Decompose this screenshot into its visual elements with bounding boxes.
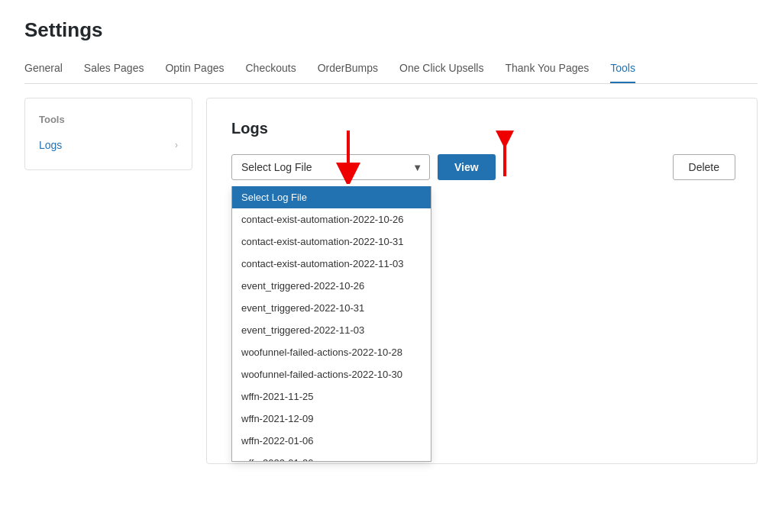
dropdown-list[interactable]: Select Log Filecontact-exist-automation-… (232, 186, 431, 461)
content-area: Tools Logs › Logs (24, 98, 758, 464)
logs-controls: Select Log Filecontact-exist-automation-… (231, 154, 735, 180)
dropdown-item[interactable]: contact-exist-automation-2022-11-03 (232, 253, 431, 275)
nav-tab-checkouts[interactable]: Checkouts (245, 56, 296, 83)
nav-tab-general[interactable]: General (24, 56, 63, 83)
dropdown-item[interactable]: wffn-2022-01-06 (232, 430, 431, 452)
dropdown-item[interactable]: contact-exist-automation-2022-10-26 (232, 208, 431, 231)
page-title: Settings (24, 18, 758, 42)
main-panel: Logs (206, 98, 758, 464)
dropdown-item[interactable]: woofunnel-failed-actions-2022-10-28 (232, 341, 431, 363)
dropdown-item[interactable]: event_triggered-2022-10-26 (232, 275, 431, 297)
view-button[interactable]: View (438, 154, 496, 180)
dropdown-item[interactable]: event_triggered-2022-10-31 (232, 297, 431, 319)
nav-tabs: GeneralSales PagesOptin PagesCheckoutsOr… (24, 56, 758, 84)
nav-tab-one-click-upsells[interactable]: One Click Upsells (399, 56, 483, 83)
dropdown-item[interactable]: wffn-2022-01-20 (232, 452, 431, 461)
sidebar: Tools Logs › (24, 98, 192, 170)
dropdown-item[interactable]: wffn-2021-12-09 (232, 408, 431, 430)
nav-tab-tools[interactable]: Tools (610, 56, 635, 83)
log-dropdown[interactable]: Select Log Filecontact-exist-automation-… (231, 186, 431, 462)
page-wrapper: Settings GeneralSales PagesOptin PagesCh… (0, 0, 782, 482)
dropdown-item[interactable]: wffn-2021-11-25 (232, 385, 431, 408)
nav-tab-thank-you-pages[interactable]: Thank You Pages (505, 56, 589, 83)
nav-tab-orderbumps[interactable]: OrderBumps (318, 56, 378, 83)
log-file-select[interactable]: Select Log Filecontact-exist-automation-… (231, 154, 430, 180)
sidebar-item-label: Logs (39, 139, 62, 151)
dropdown-item[interactable]: woofunnel-failed-actions-2022-10-30 (232, 363, 431, 385)
delete-button[interactable]: Delete (673, 154, 735, 180)
log-select-wrapper: Select Log Filecontact-exist-automation-… (231, 154, 430, 180)
chevron-right-icon: › (175, 140, 178, 150)
sidebar-title: Tools (25, 111, 192, 133)
dropdown-item[interactable]: event_triggered-2022-11-03 (232, 319, 431, 341)
sidebar-item-logs[interactable]: Logs › (25, 133, 192, 157)
dropdown-item[interactable]: Select Log File (232, 186, 431, 208)
dropdown-item[interactable]: contact-exist-automation-2022-10-31 (232, 231, 431, 253)
logs-panel-title: Logs (231, 120, 735, 137)
nav-tab-optin-pages[interactable]: Optin Pages (165, 56, 224, 83)
nav-tab-sales-pages[interactable]: Sales Pages (84, 56, 144, 83)
